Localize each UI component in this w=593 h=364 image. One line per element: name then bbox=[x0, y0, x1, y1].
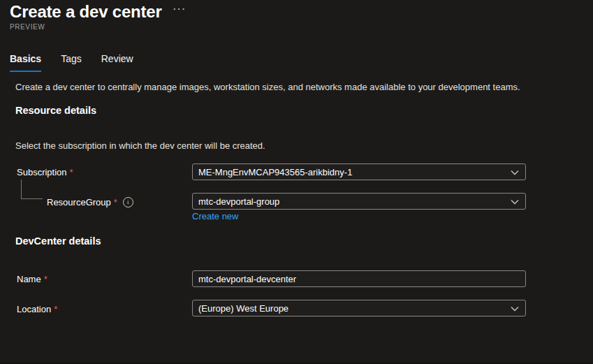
required-asterisk: * bbox=[114, 197, 117, 208]
location-label-text: Location bbox=[17, 304, 51, 314]
required-asterisk: * bbox=[54, 304, 57, 314]
more-options-icon[interactable]: ··· bbox=[173, 4, 186, 14]
chevron-down-icon bbox=[511, 170, 519, 175]
resource-group-label: ResourceGroup * i bbox=[47, 197, 133, 208]
subscription-label: Subscription * bbox=[17, 167, 73, 177]
tab-review[interactable]: Review bbox=[101, 53, 133, 72]
tab-tags[interactable]: Tags bbox=[61, 53, 82, 72]
tab-bar: Basics Tags Review bbox=[10, 53, 153, 72]
resource-group-dropdown[interactable]: mtc-devportal-group bbox=[192, 193, 526, 210]
info-icon[interactable]: i bbox=[123, 197, 133, 208]
page-title: Create a dev center bbox=[10, 2, 162, 22]
subscription-helper-text: Select the subscription in which the dev… bbox=[15, 140, 265, 151]
required-asterisk: * bbox=[70, 167, 73, 177]
required-asterisk: * bbox=[44, 274, 47, 284]
subscription-dropdown-value: ME-MngEnvMCAP943565-arikbidny-1 bbox=[198, 167, 352, 177]
resource-group-label-text: ResourceGroup bbox=[47, 197, 111, 208]
location-dropdown[interactable]: (Europe) West Europe bbox=[192, 300, 526, 316]
create-new-link[interactable]: Create new bbox=[192, 211, 238, 221]
hierarchy-connector-line bbox=[21, 180, 43, 199]
name-label-text: Name bbox=[17, 274, 41, 284]
resource-group-dropdown-value: mtc-devportal-group bbox=[198, 196, 279, 207]
tab-basics[interactable]: Basics bbox=[10, 53, 41, 72]
chevron-down-icon bbox=[511, 306, 519, 312]
subscription-dropdown[interactable]: ME-MngEnvMCAP943565-arikbidny-1 bbox=[192, 163, 526, 180]
location-label: Location * bbox=[17, 304, 57, 314]
subscription-label-text: Subscription bbox=[17, 167, 67, 177]
chevron-down-icon bbox=[511, 199, 519, 205]
intro-text: Create a dev center to centrally manage … bbox=[15, 82, 574, 92]
name-input[interactable] bbox=[192, 270, 526, 287]
name-label: Name * bbox=[17, 274, 47, 284]
location-dropdown-value: (Europe) West Europe bbox=[198, 303, 288, 314]
preview-badge: PREVIEW bbox=[10, 23, 45, 31]
devcenter-details-heading: DevCenter details bbox=[15, 235, 101, 247]
resource-details-heading: Resource details bbox=[15, 105, 96, 116]
